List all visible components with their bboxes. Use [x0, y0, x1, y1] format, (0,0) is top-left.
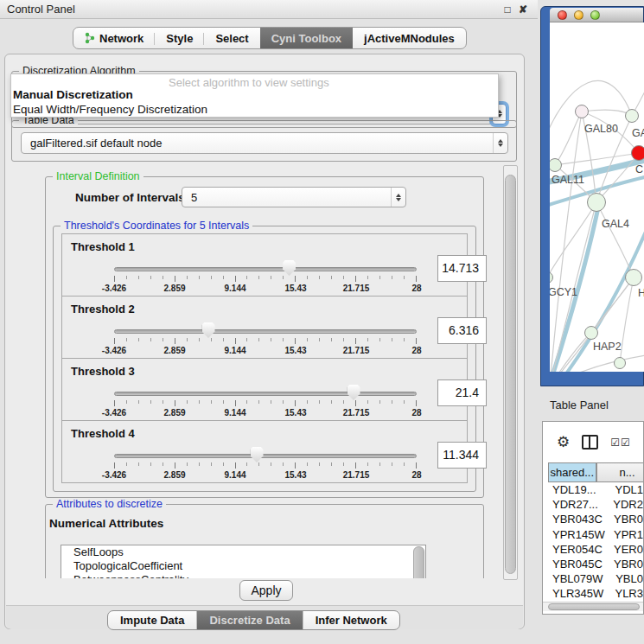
slider-track[interactable] — [114, 392, 417, 396]
threshold-panel: Threshold 2 -3.4262.8599.14415.4321.7152… — [61, 296, 468, 359]
slider-ticks — [114, 338, 417, 345]
threshold-value-field[interactable]: 11.344 — [437, 442, 487, 469]
network-node[interactable] — [631, 145, 644, 161]
combo-value: galFiltered.sif default node — [30, 137, 162, 150]
close-icon[interactable]: ✘ — [515, 3, 531, 16]
table-row[interactable]: YPR145WYPR1 — [548, 527, 643, 542]
tab-infer-network[interactable]: Infer Network — [303, 611, 399, 629]
table-cell: YDR2 — [609, 498, 643, 511]
slider-thumb[interactable] — [202, 322, 215, 338]
tab-network[interactable]: Network — [73, 28, 155, 48]
slider-thumb[interactable] — [283, 260, 296, 276]
table-cell: YER0 — [610, 543, 643, 556]
table-cell: YLR345W — [548, 587, 611, 600]
slider-scale: -3.4262.8599.14415.4321.71528 — [114, 346, 417, 356]
network-node[interactable] — [625, 109, 639, 123]
tab-jactivemnodules[interactable]: jActiveMNodules — [353, 28, 466, 48]
node-label: GAL80 — [584, 123, 618, 135]
table-row[interactable]: YDR27...YDR2 — [548, 497, 643, 512]
menu-item-manual-discretization[interactable]: Manual Discretization — [13, 87, 496, 102]
table-row[interactable]: YER054CYER0 — [548, 542, 643, 557]
threshold-list: Threshold 1 -3.4262.8599.14415.4321.7152… — [61, 234, 468, 483]
network-node[interactable] — [625, 269, 642, 286]
slider-track[interactable] — [114, 267, 417, 271]
list-item[interactable]: SelfLoops — [61, 545, 425, 559]
close-traffic-light-icon[interactable] — [558, 10, 567, 20]
tab-style[interactable]: Style — [155, 28, 204, 48]
scrollbar-thumb[interactable] — [505, 175, 516, 574]
zoom-traffic-light-icon[interactable] — [590, 10, 600, 20]
column-header-shared[interactable]: shared... — [548, 462, 596, 482]
slider-scale: -3.4262.8599.14415.4321.71528 — [114, 470, 417, 481]
column-header-name[interactable]: n... — [596, 462, 644, 482]
slider-track[interactable] — [114, 454, 417, 458]
network-icon — [85, 32, 95, 44]
tab-cyni-toolbox[interactable]: Cyni Toolbox — [260, 28, 353, 48]
threshold-panel: Threshold 3 -3.4262.8599.14415.4321.7152… — [61, 358, 468, 421]
interval-definition-group: Interval Definition Number of Intervals … — [45, 176, 484, 498]
slider-thumb[interactable] — [251, 447, 264, 462]
combo-stepper[interactable] — [391, 188, 405, 207]
slider-ticks — [114, 276, 417, 283]
threshold-value-field[interactable]: 14.713 — [437, 255, 487, 282]
number-of-intervals-label: Number of Intervals — [75, 191, 185, 204]
tab-impute-data[interactable]: Impute Data — [108, 611, 197, 629]
threshold-label: Threshold 4 — [71, 427, 135, 440]
tab-discretize-data[interactable]: Discretize Data — [197, 611, 303, 629]
network-node[interactable] — [587, 193, 606, 212]
slider-track[interactable] — [114, 329, 417, 334]
thresholds-group: Threshold's Coordinates for 5 Intervals … — [53, 226, 476, 492]
table-cell: YBL079W — [548, 572, 612, 585]
network-canvas[interactable]: GAL80GACGAL11GAL4GCY1HHAP2 — [550, 22, 644, 372]
horizontal-scrollbar[interactable] — [543, 602, 643, 611]
slider-scale: -3.4262.8599.14415.4321.71528 — [114, 284, 417, 294]
minimize-traffic-light-icon[interactable] — [574, 10, 583, 20]
node-label: HAP2 — [593, 341, 622, 353]
node-label: GA — [632, 127, 644, 139]
settings-scroll-area: Interval Definition Number of Intervals … — [11, 165, 507, 578]
list-item[interactable]: TopologicalCoefficient — [61, 559, 425, 573]
network-node[interactable] — [550, 271, 553, 284]
vertical-scrollbar[interactable] — [503, 165, 518, 580]
network-node[interactable] — [575, 105, 589, 118]
top-tabstrip: Network Style Select Cyni Toolbox jActiv… — [73, 27, 467, 49]
network-node[interactable] — [584, 326, 598, 340]
table-cell: YBR0 — [610, 558, 643, 571]
threshold-slider[interactable]: -3.4262.8599.14415.4321.71528 — [114, 319, 417, 359]
table-row[interactable]: YBL079WYBL0 — [548, 571, 643, 586]
menu-item-equal-width-frequency[interactable]: Equal Width/Frequency Discretization — [13, 102, 496, 117]
network-node[interactable] — [614, 357, 626, 369]
split-columns-icon[interactable] — [582, 435, 598, 450]
table-cell: YDL19... — [548, 483, 611, 496]
checkbox-icons[interactable]: ☑☑ — [610, 437, 631, 449]
network-view-window: GAL80GACGAL11GAL4GCY1HHAP2 — [540, 6, 644, 386]
threshold-value-field[interactable]: 6.316 — [437, 317, 487, 344]
tab-select[interactable]: Select — [204, 28, 259, 48]
algorithm-dropdown-popup: Select algorithm to view settings Manual… — [10, 73, 499, 118]
table-cell: YER054C — [548, 543, 610, 556]
apply-button[interactable]: Apply — [239, 580, 293, 601]
threshold-slider[interactable]: -3.4262.8599.14415.4321.71528 — [114, 443, 417, 483]
number-of-intervals-combobox[interactable]: 5 — [182, 187, 406, 207]
threshold-label: Threshold 2 — [71, 303, 135, 316]
table-row[interactable]: YBR045CYBR0 — [548, 557, 643, 571]
list-item[interactable]: BetweennessCentrality — [61, 573, 425, 578]
float-window-icon[interactable]: □ — [500, 3, 515, 16]
threshold-slider[interactable]: -3.4262.8599.14415.4321.71528 — [114, 257, 417, 296]
network-node[interactable] — [550, 158, 562, 172]
control-panel: Control Panel □ ✘ Network Style Select C… — [0, 0, 538, 644]
table-data-combobox[interactable]: galFiltered.sif default node — [21, 132, 508, 154]
table-row[interactable]: YBR043CYBR0 — [548, 512, 643, 526]
slider-thumb[interactable] — [348, 385, 360, 400]
slider-ticks — [114, 462, 417, 469]
table-row[interactable]: YDL19...YDL1 — [548, 482, 643, 497]
numerical-attributes-list[interactable]: SelfLoopsTopologicalCoefficientBetweenne… — [61, 545, 426, 578]
group-title: Interval Definition — [53, 170, 143, 182]
combo-stepper[interactable] — [493, 133, 507, 153]
gear-icon[interactable]: ⚙ — [557, 435, 570, 450]
threshold-slider[interactable]: -3.4262.8599.14415.4321.71528 — [114, 381, 417, 421]
scrollbar-thumb[interactable] — [548, 603, 640, 610]
threshold-value-field[interactable]: 21.4 — [437, 379, 487, 406]
list-scrollbar[interactable] — [413, 546, 424, 578]
table-row[interactable]: YLR345WYLR3 — [548, 586, 643, 601]
